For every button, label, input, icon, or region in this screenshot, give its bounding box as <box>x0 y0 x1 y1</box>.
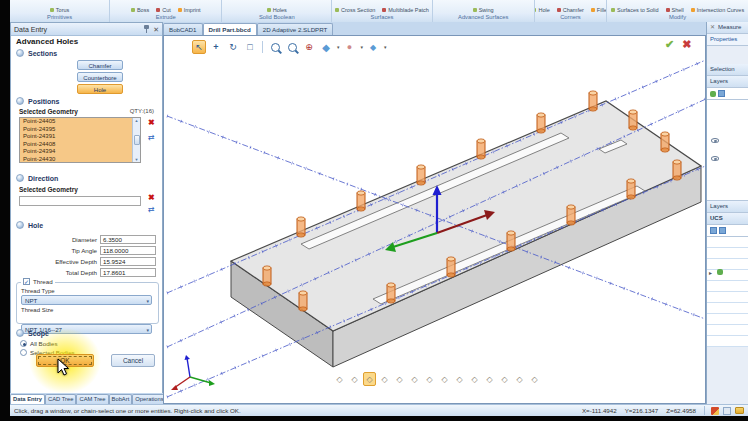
eye-icon[interactable] <box>711 156 719 161</box>
tab-cad-tree[interactable]: CAD Tree <box>45 394 76 404</box>
view-plane-icon[interactable]: ◇ <box>528 372 541 386</box>
view-plane-icon[interactable]: ◇ <box>408 372 421 386</box>
view-plane-icon[interactable]: ◇ <box>453 372 466 386</box>
selection-bar[interactable]: Selection <box>707 64 748 76</box>
thread-type-dropdown[interactable]: NPT ▾ <box>21 295 152 305</box>
section-view-icon[interactable]: ◆ <box>366 40 380 54</box>
radio-selected-bodies[interactable] <box>20 349 27 356</box>
view-plane-icon[interactable]: ◇ <box>468 372 481 386</box>
view-plane-icon[interactable]: ◇ <box>393 372 406 386</box>
layers-tab[interactable]: Layers <box>707 201 748 213</box>
list-scrollbar[interactable]: ▲ ▼ <box>132 118 140 162</box>
zoom-extents-icon[interactable] <box>285 40 299 54</box>
view-plane-icon[interactable]: ◇ <box>513 372 526 386</box>
close-icon[interactable]: ✕ <box>710 22 715 33</box>
point-list-item[interactable]: Point-24395 <box>20 126 140 134</box>
select-icon[interactable]: ↖ <box>192 40 206 54</box>
layers-bar[interactable]: Layers <box>707 76 748 88</box>
ucs-icon[interactable] <box>719 227 726 234</box>
view-plane-icon[interactable]: ◇ <box>423 372 436 386</box>
ribbon-button-icon <box>382 8 386 12</box>
view-plane-icon[interactable]: ◇ <box>438 372 451 386</box>
collapse-icon[interactable] <box>16 174 24 182</box>
window-select-icon[interactable]: □ <box>243 40 257 54</box>
positions-header[interactable]: Positions <box>16 97 60 105</box>
close-icon[interactable]: ✕ <box>153 26 159 33</box>
chevron-down-icon[interactable]: ▾ <box>337 44 340 50</box>
hole-button[interactable]: Hole <box>77 84 123 94</box>
view-plane-icon[interactable]: ◇ <box>363 372 376 386</box>
field-input[interactable]: 17.8601 <box>100 268 156 277</box>
field-input[interactable]: 15.9524 <box>100 257 156 266</box>
ucs-icon[interactable] <box>710 227 717 234</box>
layer-list[interactable] <box>707 100 748 201</box>
viewport-canvas[interactable] <box>164 36 706 404</box>
selected-geometry-list[interactable]: Point-24405Point-24395Point-24391Point-2… <box>19 117 141 163</box>
chamfer-button[interactable]: Chamfer <box>77 60 123 70</box>
cancel-x-icon[interactable]: ✖ <box>682 38 691 51</box>
point-list-item[interactable]: Point-24405 <box>20 118 140 126</box>
letterbox-bottom <box>0 416 748 421</box>
layer-icon[interactable] <box>710 91 716 97</box>
field-input[interactable]: 118.0000 <box>100 246 156 255</box>
tab-bobart[interactable]: BobArt <box>109 394 133 404</box>
tab-operations[interactable]: Operations <box>132 394 166 404</box>
zoom-window-icon[interactable] <box>268 40 282 54</box>
units-indicator-icon[interactable] <box>711 407 719 415</box>
ucs-grid[interactable]: ▸ <box>707 237 748 347</box>
pin-icon[interactable] <box>144 25 149 33</box>
measure-panel-header[interactable]: ✕ Measure <box>707 22 748 34</box>
hole-header[interactable]: Hole <box>16 221 43 229</box>
thread-checkbox[interactable]: ✓ <box>23 278 30 285</box>
direction-header[interactable]: Direction <box>16 174 58 182</box>
collapse-icon[interactable] <box>16 329 24 337</box>
view-plane-icon[interactable]: ◇ <box>498 372 511 386</box>
view-cube-icon[interactable]: ◆ <box>319 40 333 54</box>
rotate-icon[interactable]: ↻ <box>226 40 240 54</box>
hole-field-row: Tip Angle 118.0000 <box>11 246 162 257</box>
collapse-icon[interactable] <box>16 221 24 229</box>
reselect-icon[interactable]: ⇄ <box>148 134 155 142</box>
doc-tab-2d-adaptive[interactable]: 2D Adaptive 2.SLDPRT <box>257 23 334 35</box>
scroll-up-icon[interactable]: ▲ <box>135 118 139 123</box>
ucs-header[interactable]: UCS <box>707 213 748 225</box>
direction-geometry-input[interactable] <box>19 196 141 206</box>
doc-tab-bobcad1[interactable]: BobCAD1 <box>163 23 203 35</box>
reselect-direction-icon[interactable]: ⇄ <box>148 206 155 214</box>
pan-icon[interactable]: + <box>209 40 223 54</box>
tab-cam-tree[interactable]: CAM Tree <box>76 394 108 404</box>
thread-checkbox-row[interactable]: ✓ Thread <box>21 278 55 285</box>
workspace-icon[interactable] <box>735 407 744 414</box>
point-list-item[interactable]: Point-24430 <box>20 156 140 164</box>
render-mode-icon[interactable]: ● <box>343 40 357 54</box>
view-plane-icon[interactable]: ◇ <box>483 372 496 386</box>
confirm-check-icon[interactable]: ✔ <box>665 38 674 51</box>
layer-settings-icon[interactable] <box>718 90 725 97</box>
collapse-icon[interactable] <box>16 97 24 105</box>
collapse-icon[interactable] <box>16 49 24 57</box>
radio-all-bodies[interactable] <box>20 340 27 347</box>
chevron-down-icon[interactable]: ▾ <box>384 44 387 50</box>
view-plane-icon[interactable]: ◇ <box>333 372 346 386</box>
field-input[interactable]: 6.3500 <box>100 235 156 244</box>
clear-direction-icon[interactable]: ✖ <box>148 194 155 202</box>
point-list-item[interactable]: Point-24408 <box>20 141 140 149</box>
counterbore-button[interactable]: Counterbore <box>77 72 123 82</box>
chevron-down-icon[interactable]: ▾ <box>361 44 364 50</box>
sections-header[interactable]: Sections <box>16 49 57 57</box>
view-plane-icon[interactable]: ◇ <box>378 372 391 386</box>
origin-icon[interactable]: ⊕ <box>302 40 316 54</box>
tab-data-entry[interactable]: Data Entry <box>10 394 45 404</box>
clear-selection-icon[interactable]: ✖ <box>148 119 155 127</box>
view-plane-icon[interactable]: ◇ <box>348 372 361 386</box>
point-list-item[interactable]: Point-24394 <box>20 148 140 156</box>
properties-bar[interactable]: Properties <box>707 34 748 46</box>
doc-tab-drill-part[interactable]: Drill Part.bbcd <box>203 23 257 35</box>
eye-icon[interactable] <box>711 138 719 143</box>
viewport[interactable] <box>163 35 706 404</box>
point-list-item[interactable]: Point-24391 <box>20 133 140 141</box>
grid-snap-icon[interactable] <box>723 407 731 415</box>
scroll-down-icon[interactable]: ▼ <box>135 157 139 162</box>
cancel-button[interactable]: Cancel <box>111 354 155 367</box>
scrollbar-thumb[interactable] <box>134 135 140 145</box>
